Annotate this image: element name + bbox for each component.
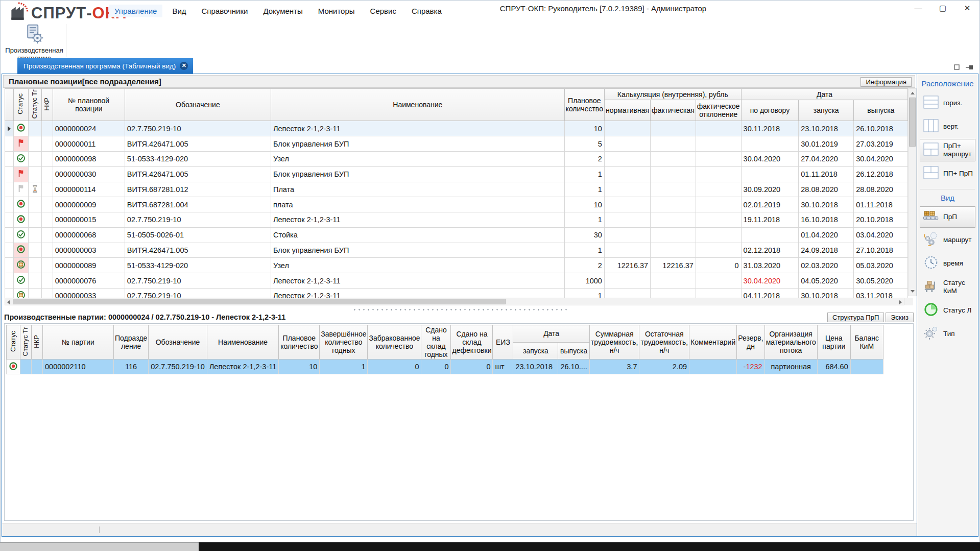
horizontal-scrollbar[interactable] [5,298,904,305]
bcol-nkr[interactable]: НКР [32,325,43,360]
bcol-start[interactable]: запуска [513,342,558,360]
bcol-status[interactable]: Статус [7,325,20,360]
tab-production-program[interactable]: Производственная программа (Табличный ви… [17,58,193,74]
os-taskbar[interactable] [0,542,980,551]
sidebar-button-route-gears[interactable]: маршрут [920,229,975,251]
sidebar-button-type-gear[interactable]: Тип [920,323,975,345]
menu-item[interactable]: Справочники [196,5,254,17]
planned-positions-table: Статус Статус Тг НКР № плановой позиции … [5,88,908,304]
close-button[interactable]: ✕ [959,2,975,15]
bcol-done[interactable]: Завершённое количество годных [320,325,368,360]
col-name[interactable]: Наименование [271,89,564,121]
bcol-designation[interactable]: Обозначение [149,325,207,360]
sidebar-button-label: Статус Л [943,306,971,315]
scroll-up-icon[interactable] [911,92,915,94]
menu-item[interactable]: Документы [257,5,308,17]
layout-pp-prp-icon [922,165,940,182]
planned-row[interactable]: 0000000114ВИТЯ.687281.012Плата130.09.202… [5,182,908,197]
bcol-dept[interactable]: Подразде ление [114,325,149,360]
scroll-left-icon[interactable] [7,300,10,304]
col-dev[interactable]: фактическое отклонение [696,100,741,121]
bcol-stock-good[interactable]: Сдано на склад годных [421,325,451,360]
route-gears-icon [922,231,940,249]
col-status[interactable]: Статус [14,89,29,121]
menu-item[interactable]: Вид [166,5,192,17]
planned-row[interactable]: 000000009851-0533-4129-020Узел230.04.202… [5,152,908,167]
sidebar-button-layout-prp-route[interactable]: ПрП+ маршрут [920,139,975,161]
bcol-rejected[interactable]: Забракованное количество [368,325,421,360]
planned-row[interactable]: 0000000003ВИТЯ.426471.005Блок управления… [5,243,908,258]
sidebar-button-layout-pp-prp[interactable]: ПП+ ПрП [920,162,975,185]
planned-row[interactable]: 000000002402.7.750.219-10Лепесток 2-1,2-… [5,121,908,136]
planned-row[interactable]: 0000000030ВИТЯ.426471.005Блок управления… [5,166,908,182]
bcol-num[interactable]: № партии [43,325,114,360]
structure-prp-button[interactable]: Структура ПрП [827,313,884,322]
bcol-comment[interactable]: Комментарий [689,325,737,360]
horizontal-scrollbar-row [5,298,913,305]
sidebar-button-status-kim[interactable]: Статус КиМ [920,276,975,298]
menu-item[interactable]: Справка [406,5,447,17]
menu-item[interactable]: Управление [109,5,162,17]
bcol-status-tg[interactable]: Статус Тг [20,325,32,360]
vertical-scrollbar[interactable] [908,88,917,296]
bcol-qty[interactable]: Плановое количество [279,325,320,360]
bcol-unit[interactable]: ЕИЗ [493,325,513,360]
tab-close-icon[interactable]: ✕ [180,62,188,70]
planned-row[interactable]: 000000001502.7.750.219-10Лепесток 2-1,2-… [5,212,908,228]
scroll-down-icon[interactable] [911,290,915,293]
production-program-button[interactable]: Производственная программа [5,24,64,57]
bcol-stock-defect[interactable]: Сдано на склад дефектовки [451,325,493,360]
bcol-name[interactable]: Наименование [207,325,278,360]
maximize-panel-icon[interactable] [954,63,960,72]
horizontal-scroll-thumb[interactable] [13,299,506,304]
batches-panel: Статус Статус Тг НКР № партии Подразде л… [4,323,914,521]
col-start[interactable]: запуска [799,100,854,121]
bcol-reserve[interactable]: Резерв, дн [737,325,764,360]
bcol-balance[interactable]: Баланс КиМ [850,325,883,360]
information-button[interactable]: Информация [861,77,912,87]
minimize-button[interactable]: — [910,2,926,15]
planned-table-body: 000000002402.7.750.219-10Лепесток 2-1,2-… [5,121,908,303]
bcol-total-labor[interactable]: Суммарная трудоемкость, н/ч [589,325,639,360]
sidebar-button-status-l[interactable]: Статус Л [920,299,975,322]
sidebar-button-layout-vertical[interactable]: верт. [920,115,975,138]
batch-row[interactable]: 000000211011602.7.750.219-10Лепесток 2-1… [7,360,883,374]
col-release[interactable]: выпуска [854,100,908,121]
sidebar-button-clock[interactable]: время [920,252,975,275]
document-tab-bar: Производственная программа (Табличный ви… [1,58,979,74]
col-nkr[interactable]: НКР [41,89,53,121]
col-designation[interactable]: Обозначение [125,89,271,121]
planned-row[interactable]: 000000008951-0533-4129-020Узел212216.371… [5,258,908,273]
bcol-release[interactable]: выпуска [558,342,589,360]
sidebar-button-label: Статус КиМ [943,279,973,295]
menu-item[interactable]: Сервис [365,5,402,17]
sidebar-button-layout-horizontal[interactable]: гориз. [920,92,975,114]
title-menu-bar: СПРУТ-ОКП УправлениеВидСправочникиДокуме… [1,1,979,24]
bcol-price[interactable]: Цена партии [817,325,850,360]
maximize-button[interactable]: ▢ [935,2,951,15]
app-window: СПРУТ-ОКП УправлениеВидСправочникиДокуме… [0,0,980,542]
document-area: Плановые позиции[все подразделения] Инфо… [2,74,978,537]
status-target-icon [7,360,20,374]
col-qty[interactable]: Плановое количество [564,89,604,121]
sidebar-button-conveyor[interactable]: ПрП [920,206,975,228]
planned-row[interactable]: 000000007602.7.750.219-10Лепесток 2-1,2-… [5,273,908,289]
splitter-grip[interactable] [352,309,567,310]
col-num[interactable]: № плановой позиции [53,89,125,121]
sketch-button[interactable]: Эскиз [886,313,914,322]
col-status-tg[interactable]: Статус Тг [28,89,41,121]
dock-panel-icon[interactable] [966,63,973,72]
col-contract[interactable]: по договору [741,100,799,121]
planned-row[interactable]: 000000006851-0505-0026-01Стойка3001.04.2… [5,227,908,243]
bcol-org[interactable]: Организация материального потока [764,325,817,360]
planned-row[interactable]: 0000000011ВИТЯ.426471.005Блок управления… [5,136,908,152]
status-flag-red-icon [14,136,29,152]
planned-row[interactable]: 0000000009ВИТЯ.687281.004плата1002.01.20… [5,197,908,212]
status-flag-red-icon [14,166,29,182]
col-norm[interactable]: нормативная [604,100,650,121]
col-fact[interactable]: фактическая [651,100,696,121]
menu-item[interactable]: Мониторы [313,5,361,17]
vertical-scroll-thumb[interactable] [909,98,916,147]
scroll-right-icon[interactable] [899,300,902,304]
bcol-remain-labor[interactable]: Остаточная трудоемкость, н/ч [639,325,689,360]
